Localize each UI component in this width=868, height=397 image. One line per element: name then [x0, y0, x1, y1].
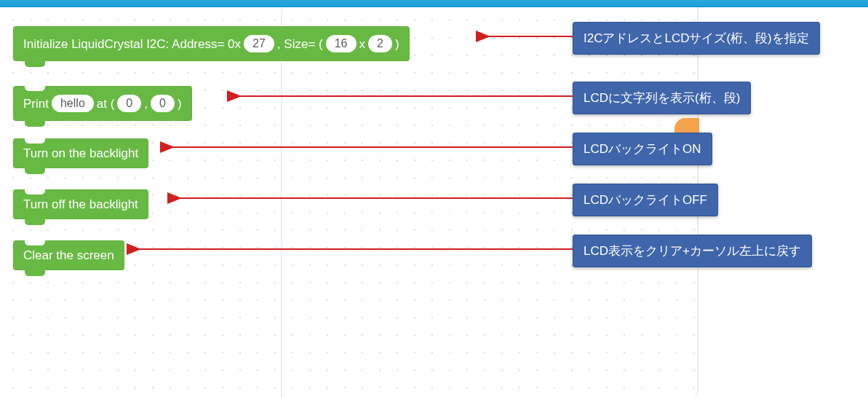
block-text: ) — [395, 38, 399, 50]
block-clear-screen[interactable]: Clear the screen — [13, 240, 124, 270]
block-text: Initialize LiquidCrystal I2C: Address= 0… — [23, 38, 241, 50]
block-text: ) — [178, 98, 182, 110]
annotation-backlight-off: LCDバックライトOFF — [573, 184, 718, 216]
block-print[interactable]: Print hello at ( 0 , 0 ) — [13, 86, 192, 121]
canvas-divider — [281, 7, 282, 397]
annotation-print: LCDに文字列を表示(桁、段) — [573, 82, 751, 114]
block-text: x — [359, 38, 366, 50]
annotation-backlight-on: LCDバックライトON — [573, 133, 712, 165]
block-text: Turn on the backlight — [23, 147, 138, 160]
input-print-col[interactable]: 0 — [117, 95, 141, 112]
block-text: Clear the screen — [23, 249, 114, 262]
input-i2c-address[interactable]: 27 — [244, 35, 274, 52]
block-text: Print — [23, 98, 49, 110]
block-text: at ( — [97, 98, 115, 110]
input-lcd-cols[interactable]: 16 — [326, 35, 357, 52]
block-text: , — [144, 98, 148, 110]
block-backlight-on[interactable]: Turn on the backlight — [13, 138, 148, 168]
topbar — [0, 0, 868, 7]
input-lcd-rows[interactable]: 2 — [368, 35, 392, 52]
block-text: , Size= ( — [277, 38, 323, 50]
input-print-row[interactable]: 0 — [151, 95, 175, 112]
annotation-init: I2CアドレスとLCDサイズ(桁、段)を指定 — [573, 22, 820, 55]
block-backlight-off[interactable]: Turn off the backlight — [13, 189, 148, 219]
block-text: Turn off the backlight — [23, 198, 138, 211]
block-init-lcd[interactable]: Initialize LiquidCrystal I2C: Address= 0… — [13, 26, 410, 61]
input-print-text[interactable]: hello — [52, 95, 94, 112]
annotation-clear: LCD表示をクリア+カーソル左上に戻す — [573, 235, 812, 267]
